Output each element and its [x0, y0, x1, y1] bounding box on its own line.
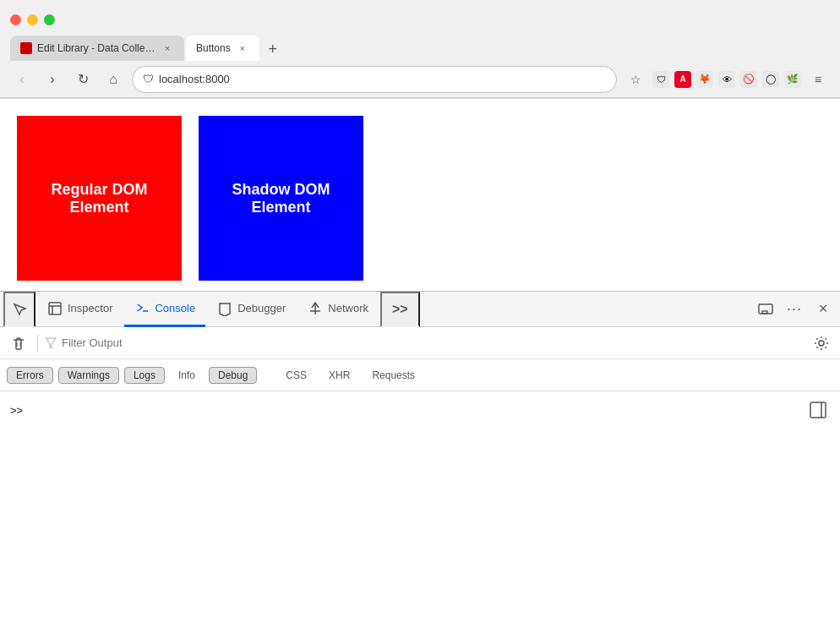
debugger-tab-label: Debugger — [237, 302, 286, 314]
svg-marker-4 — [220, 303, 230, 316]
filter-input-wrapper — [45, 336, 803, 349]
extension-extra-icon[interactable]: ◯ — [762, 71, 779, 88]
extension-firefox-icon[interactable]: 🦊 — [696, 71, 713, 88]
network-icon — [308, 301, 323, 316]
regular-dom-box[interactable]: Regular DOM Element — [17, 116, 182, 281]
filter-icon — [45, 337, 57, 349]
inspector-icon — [47, 301, 63, 316]
shadow-dom-label: Shadow DOM Element — [212, 181, 350, 216]
svg-point-12 — [819, 341, 824, 346]
console-prompt: >> — [10, 404, 23, 417]
filter-xhr-button[interactable]: XHR — [320, 368, 358, 383]
devtools-overflow-button[interactable]: >> — [380, 292, 420, 327]
tab-buttons[interactable]: Buttons × — [186, 36, 259, 61]
close-window-button[interactable] — [10, 14, 21, 25]
address-bar[interactable]: 🛡 — [132, 66, 617, 93]
responsive-toggle-button[interactable] — [752, 296, 779, 323]
svg-rect-13 — [810, 402, 826, 418]
filter-css-button[interactable]: CSS — [277, 368, 315, 383]
shadow-dom-box[interactable]: Shadow DOM Element — [199, 116, 363, 281]
filter-warnings-button[interactable]: Warnings — [58, 367, 119, 384]
extension-adobe-icon[interactable]: A — [674, 71, 691, 88]
svg-rect-8 — [762, 311, 767, 314]
tab-close-2[interactable]: × — [236, 41, 249, 55]
page-viewport: Regular DOM Element Shadow DOM Element — [0, 99, 840, 293]
console-icon — [134, 300, 150, 315]
devtools-pick-button[interactable] — [3, 292, 35, 327]
tab-edit-library[interactable]: Edit Library - Data Collection | T... × — [10, 36, 184, 61]
filter-logs-button[interactable]: Logs — [124, 367, 165, 384]
address-input[interactable] — [159, 73, 606, 85]
filter-bar — [0, 327, 840, 359]
extension-green-icon[interactable]: 🌿 — [784, 71, 801, 88]
filter-errors-button[interactable]: Errors — [7, 367, 53, 384]
devtools-tab-debugger[interactable]: Debugger — [207, 292, 296, 327]
window-controls — [10, 14, 55, 25]
devtools-toolbar: Inspector Console Debugger Network — [0, 292, 840, 327]
clear-console-button[interactable] — [7, 331, 30, 355]
browser-chrome: Edit Library - Data Collection | T... × … — [0, 0, 840, 99]
maximize-window-button[interactable] — [44, 14, 55, 25]
gear-icon — [814, 336, 829, 351]
regular-dom-label: Regular DOM Element — [30, 181, 168, 216]
nav-bar: ‹ › ↻ ⌂ 🛡 ☆ 🛡 A 🦊 👁 🚫 ◯ 🌿 ≡ — [0, 61, 840, 98]
responsive-icon — [758, 302, 773, 317]
minimize-window-button[interactable] — [27, 14, 38, 25]
tab-label-1: Edit Library - Data Collection | T... — [37, 42, 155, 54]
nav-icons-right: ☆ 🛡 A 🦊 👁 🚫 ◯ 🌿 ≡ — [624, 68, 830, 91]
devtools-tab-network[interactable]: Network — [297, 292, 379, 327]
svg-rect-7 — [759, 304, 772, 314]
svg-rect-0 — [49, 303, 61, 314]
console-settings-button[interactable] — [810, 331, 833, 355]
extension-block-icon[interactable]: 🚫 — [740, 71, 757, 88]
tab-label-2: Buttons — [196, 42, 231, 54]
devtools-panel: Inspector Console Debugger Network — [0, 291, 840, 634]
tab-close-1[interactable]: × — [161, 41, 174, 55]
menu-button[interactable]: ≡ — [806, 68, 830, 91]
shield-icon: 🛡 — [143, 73, 154, 85]
console-content-area: >> — [0, 391, 840, 429]
bookmark-button[interactable]: ☆ — [624, 68, 647, 91]
log-filters: Errors Warnings Logs Info Debug CSS XHR … — [0, 359, 840, 391]
filter-debug-button[interactable]: Debug — [209, 367, 257, 384]
network-tab-label: Network — [328, 302, 368, 314]
page-content: Regular DOM Element Shadow DOM Element — [0, 99, 840, 293]
extension-eye-icon[interactable]: 👁 — [718, 71, 735, 88]
title-bar — [0, 0, 840, 32]
devtools-tab-inspector[interactable]: Inspector — [37, 292, 123, 327]
devtools-more-button[interactable]: ··· — [781, 296, 808, 323]
extension-vpn-icon[interactable]: 🛡 — [652, 71, 669, 88]
console-area: Errors Warnings Logs Info Debug CSS XHR … — [0, 327, 840, 429]
filter-input[interactable] — [62, 336, 803, 349]
inspector-tab-label: Inspector — [68, 302, 112, 314]
tab-favicon-1 — [20, 42, 32, 54]
filter-divider — [37, 335, 38, 352]
forward-button[interactable]: › — [41, 68, 64, 91]
debugger-icon — [217, 301, 232, 316]
trash-icon — [11, 336, 26, 351]
devtools-close-button[interactable]: × — [810, 296, 837, 323]
svg-marker-11 — [46, 338, 56, 348]
overflow-label: >> — [392, 302, 408, 317]
reload-button[interactable]: ↻ — [71, 68, 95, 91]
filter-info-button[interactable]: Info — [170, 368, 204, 383]
sidebar-icon — [809, 401, 827, 419]
home-button[interactable]: ⌂ — [101, 68, 125, 91]
devtools-tab-console[interactable]: Console — [124, 292, 205, 327]
console-tab-label: Console — [155, 302, 195, 314]
filter-requests-button[interactable]: Requests — [363, 368, 423, 383]
new-tab-button[interactable]: + — [261, 37, 285, 61]
console-sidebar-button[interactable] — [806, 398, 830, 422]
tabs-bar: Edit Library - Data Collection | T... × … — [0, 32, 840, 61]
back-button[interactable]: ‹ — [10, 68, 34, 91]
pick-icon — [12, 302, 27, 317]
